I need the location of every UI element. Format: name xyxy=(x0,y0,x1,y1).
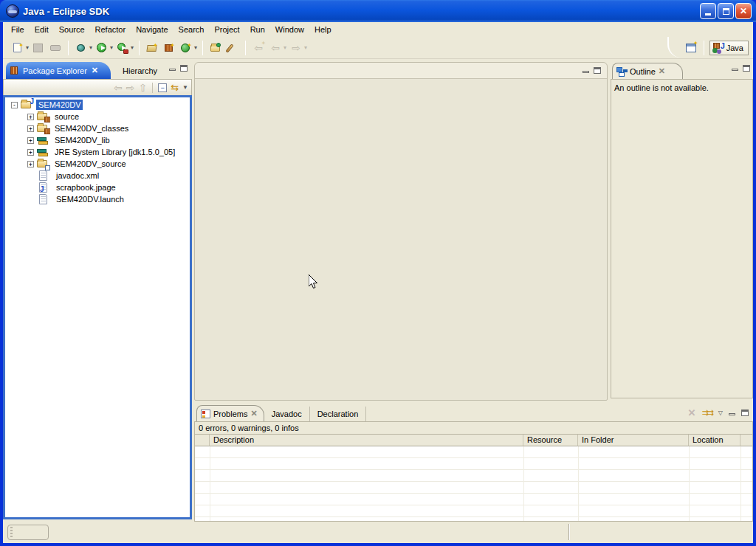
column-header-resource[interactable]: Resource xyxy=(523,435,578,446)
back-history-icon[interactable]: ⇦ xyxy=(114,83,123,93)
tree-expander[interactable]: - xyxy=(11,102,18,108)
minimize-view-icon[interactable] xyxy=(729,413,735,415)
open-type-button[interactable] xyxy=(208,40,223,56)
print-button[interactable] xyxy=(48,40,63,56)
external-tools-dropdown[interactable]: ▾ xyxy=(131,44,134,51)
tree-item-label[interactable]: SEM420DV_lib xyxy=(52,135,112,145)
tab-outline[interactable]: Outline ✕ xyxy=(612,63,683,79)
tree-item-label[interactable]: SEM420DV_classes xyxy=(52,123,131,134)
minimize-editor-icon[interactable] xyxy=(583,71,589,73)
java-perspective-button[interactable]: J Java xyxy=(709,41,749,55)
new-class-dropdown[interactable]: ▾ xyxy=(194,44,197,51)
tree-row[interactable]: - J SEM420DV xyxy=(5,99,190,111)
collapse-all-icon[interactable]: − xyxy=(158,83,167,92)
menu-file[interactable]: File xyxy=(6,24,30,35)
new-java-project-button[interactable]: ✦ xyxy=(145,40,159,56)
menu-navigate[interactable]: Navigate xyxy=(131,24,173,35)
save-button[interactable] xyxy=(31,40,46,56)
tree-expander[interactable]: + xyxy=(27,137,34,144)
tree-row[interactable]: + SEM420DV_classes xyxy=(5,122,190,134)
menu-refactor[interactable]: Refactor xyxy=(90,24,131,35)
menu-run[interactable]: Run xyxy=(245,24,270,35)
tree-item-label[interactable]: SEM420DV.launch xyxy=(54,194,126,204)
tree-expander[interactable]: + xyxy=(27,149,34,156)
minimize-view-icon[interactable] xyxy=(169,69,176,71)
tab-package-explorer[interactable]: Package Explorer ✕ xyxy=(6,62,111,79)
column-header-description[interactable]: Description xyxy=(210,435,523,446)
external-tools-button[interactable] xyxy=(115,40,130,56)
tree-row[interactable]: J scrapbook.jpage xyxy=(5,182,190,193)
maximize-view-icon[interactable] xyxy=(743,65,750,72)
tree-item-label[interactable]: scrapbook.jpage xyxy=(54,182,118,193)
tree-item-label[interactable]: SEM420DV_source xyxy=(52,159,128,169)
close-view-icon[interactable]: ✕ xyxy=(250,409,257,418)
tree-row[interactable]: javadoc.xml xyxy=(5,170,190,182)
tree-row[interactable]: + JRE System Library [jdk1.5.0_05] xyxy=(5,146,190,158)
search-button[interactable] xyxy=(225,40,240,56)
open-perspective-button[interactable]: ✦ xyxy=(684,40,698,56)
problems-table: Description Resource In Folder Location xyxy=(194,434,753,522)
new-class-button[interactable]: ✦ xyxy=(179,40,193,56)
tab-hierarchy[interactable]: Hierarchy xyxy=(115,64,165,79)
menu-help[interactable]: Help xyxy=(309,24,337,35)
back-dropdown[interactable]: ▾ xyxy=(284,44,286,51)
new-wizard-button[interactable]: ✦ xyxy=(10,40,25,56)
forward-history-icon[interactable]: ⇨ xyxy=(126,83,135,93)
column-header-marker[interactable] xyxy=(195,435,210,446)
folder-icon xyxy=(37,159,49,169)
maximize-view-icon[interactable] xyxy=(741,410,749,416)
outline-icon xyxy=(616,67,627,76)
titlebar[interactable]: Java - Eclipse SDK ✕ xyxy=(0,0,756,22)
debug-button[interactable] xyxy=(74,40,89,56)
menu-source[interactable]: Source xyxy=(54,24,90,35)
debug-dropdown[interactable]: ▾ xyxy=(89,44,92,51)
package-explorer-view: Package Explorer ✕ Hierarchy ⇦ ⇨ ⇧ − ⇆ ▼ xyxy=(3,62,192,519)
menu-window[interactable]: Window xyxy=(270,24,309,35)
fast-view-bar[interactable] xyxy=(7,525,49,540)
column-header-location[interactable]: Location xyxy=(689,435,740,446)
run-dropdown[interactable]: ▾ xyxy=(110,44,113,51)
tab-javadoc[interactable]: Javadoc xyxy=(264,407,310,421)
tab-problems[interactable]: Problems ✕ xyxy=(196,405,264,421)
tree-row[interactable]: SEM420DV.launch xyxy=(5,193,190,205)
back-button[interactable]: ⇦ xyxy=(268,40,283,56)
tree-expander[interactable]: + xyxy=(27,114,34,120)
tree-item-label[interactable]: javadoc.xml xyxy=(54,170,101,181)
link-with-editor-icon[interactable]: ⇆ xyxy=(171,82,179,93)
tree-expander[interactable]: + xyxy=(27,161,34,167)
go-up-icon[interactable]: ⇧ xyxy=(138,83,147,93)
tree-item-label[interactable]: JRE System Library [jdk1.5.0_05] xyxy=(52,147,177,157)
forward-button[interactable]: ⇨ xyxy=(289,40,303,56)
view-menu-icon[interactable]: ▼ xyxy=(182,84,188,91)
minimize-button[interactable] xyxy=(700,3,716,19)
status-bar xyxy=(3,522,753,543)
forward-dropdown[interactable]: ▾ xyxy=(304,44,307,51)
grip-handle-icon[interactable] xyxy=(10,527,13,538)
tree-row[interactable]: + SEM420DV_source xyxy=(5,158,190,170)
tree-item-label[interactable]: source xyxy=(52,111,81,122)
filter-icon[interactable]: ⇉⇉ xyxy=(701,408,712,418)
column-header-in-folder[interactable]: In Folder xyxy=(578,435,689,446)
package-explorer-tree: - J SEM420DV + source + SEM420DV_classes xyxy=(3,95,192,519)
tree-row[interactable]: + SEM420DV_lib xyxy=(5,134,190,146)
run-button[interactable] xyxy=(94,40,109,56)
last-edit-location-button[interactable]: ⇦✦ xyxy=(251,40,266,56)
tab-declaration[interactable]: Declaration xyxy=(310,407,367,421)
menu-edit[interactable]: Edit xyxy=(30,24,54,35)
maximize-button[interactable] xyxy=(718,3,734,19)
menu-project[interactable]: Project xyxy=(209,24,244,35)
view-menu-icon[interactable]: ▽ xyxy=(718,410,723,416)
tree-expander[interactable]: + xyxy=(27,125,34,132)
menu-search[interactable]: Search xyxy=(173,24,210,35)
tree-row[interactable]: + source xyxy=(5,111,190,122)
new-wizard-dropdown[interactable]: ▾ xyxy=(26,44,29,51)
delete-icon[interactable]: ✕ xyxy=(688,407,696,418)
maximize-editor-icon[interactable] xyxy=(594,67,601,74)
close-view-icon[interactable]: ✕ xyxy=(92,66,98,75)
minimize-view-icon[interactable] xyxy=(732,69,738,71)
close-view-icon[interactable]: ✕ xyxy=(659,66,665,76)
tree-item-label[interactable]: SEM420DV xyxy=(36,100,83,110)
maximize-view-icon[interactable] xyxy=(180,65,188,72)
new-java-package-button[interactable]: ✦ xyxy=(162,40,176,56)
close-button[interactable]: ✕ xyxy=(735,3,752,19)
